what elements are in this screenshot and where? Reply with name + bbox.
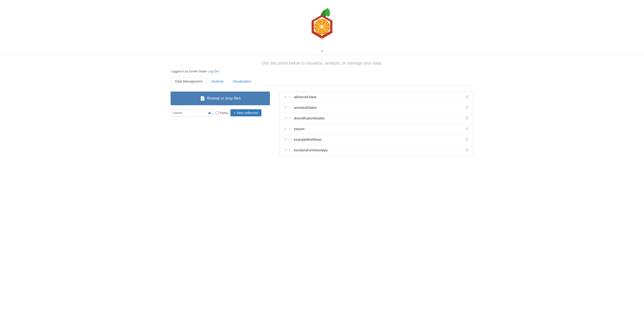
list-item: 👁 ✎ diversificationModels 🗑 bbox=[280, 113, 473, 124]
collection-name[interactable]: functionsForArborApps bbox=[294, 148, 463, 152]
public-checkbox-label: Public bbox=[216, 111, 228, 115]
edit-icon[interactable]: ✎ bbox=[289, 138, 292, 142]
name-input-wrap: ▶ bbox=[170, 109, 213, 116]
delete-icon[interactable]: 🗑 bbox=[465, 106, 469, 110]
delete-icon[interactable]: 🗑 bbox=[465, 148, 469, 152]
eye-icon[interactable]: 👁 bbox=[284, 138, 287, 142]
edit-icon[interactable]: ✎ bbox=[289, 148, 292, 152]
eye-icon[interactable]: 👁 bbox=[284, 95, 287, 99]
eye-icon[interactable]: 👁 bbox=[284, 106, 287, 110]
edit-icon[interactable]: ✎ bbox=[289, 106, 292, 110]
search-submit-button[interactable]: ▶ bbox=[209, 111, 211, 115]
main-content: Use the panel below to visualize, analyz… bbox=[156, 55, 488, 160]
eye-icon[interactable]: 👁 bbox=[284, 148, 287, 152]
collection-name[interactable]: exampleWorkflows bbox=[294, 138, 463, 142]
collection-name[interactable]: advanced-base bbox=[294, 95, 463, 99]
col-action-icons: 👁 ✎ bbox=[284, 138, 292, 142]
file-icon: 📄 bbox=[200, 96, 205, 101]
login-bar: Logged in as Girder Girder Log Out bbox=[170, 70, 474, 73]
tab-data-management[interactable]: Data Management bbox=[170, 77, 207, 86]
public-label-text: Public bbox=[220, 111, 228, 115]
edit-icon[interactable]: ✎ bbox=[289, 95, 292, 99]
new-collection-button[interactable]: + New collection bbox=[230, 109, 261, 116]
svg-marker-13 bbox=[320, 38, 324, 40]
eye-icon[interactable]: 👁 bbox=[284, 116, 287, 120]
edit-icon[interactable]: ✎ bbox=[289, 127, 292, 131]
col-action-icons: 👁 ✎ bbox=[284, 148, 292, 152]
col-action-icons: 👁 ✎ bbox=[284, 106, 292, 110]
collection-name[interactable]: easson bbox=[294, 127, 463, 131]
tabs-bar: Data Management Analysis Visualization bbox=[170, 77, 474, 86]
collections-list: 👁 ✎ advanced-base 🗑 👁 ✎ ancestralStates … bbox=[280, 92, 474, 156]
svg-point-11 bbox=[321, 26, 323, 28]
list-item: 👁 ✎ functionsForArborApps 🗑 bbox=[280, 145, 473, 156]
list-item: 👁 ✎ exampleWorkflows 🗑 bbox=[280, 134, 473, 145]
list-item: 👁 ✎ ancestralStates 🗑 bbox=[280, 102, 473, 113]
col-action-icons: 👁 ✎ bbox=[284, 127, 292, 131]
app-logo bbox=[303, 7, 341, 45]
subtitle-text: Use the panel below to visualize, analyz… bbox=[170, 61, 474, 66]
list-item: 👁 ✎ easson 🗑 bbox=[280, 124, 473, 134]
delete-icon[interactable]: 🗑 bbox=[465, 95, 469, 99]
edit-icon[interactable]: ✎ bbox=[289, 116, 292, 120]
tab-visualization[interactable]: Visualization bbox=[228, 77, 256, 86]
delete-icon[interactable]: 🗑 bbox=[465, 127, 469, 131]
logout-link[interactable]: Log Out bbox=[208, 70, 219, 73]
content-layout: 📄 Browse or drop files ▶ Public + New co… bbox=[170, 92, 474, 156]
tab-analysis[interactable]: Analysis bbox=[207, 77, 228, 86]
search-row: ▶ Public + New collection bbox=[170, 109, 270, 116]
col-action-icons: 👁 ✎ bbox=[284, 116, 292, 120]
name-search-input[interactable] bbox=[170, 109, 213, 116]
header: ⌄ bbox=[0, 0, 644, 55]
browse-button-label: Browse or drop files bbox=[207, 96, 240, 100]
delete-icon[interactable]: 🗑 bbox=[465, 138, 469, 142]
logged-in-text: Logged in as Girder Girder bbox=[170, 70, 207, 73]
list-item: 👁 ✎ advanced-base 🗑 bbox=[280, 92, 473, 102]
chevron-down-icon: ⌄ bbox=[320, 47, 324, 53]
eye-icon[interactable]: 👁 bbox=[284, 127, 287, 131]
browse-or-drop-button[interactable]: 📄 Browse or drop files bbox=[170, 92, 270, 105]
col-action-icons: 👁 ✎ bbox=[284, 95, 292, 99]
public-checkbox[interactable] bbox=[216, 112, 218, 114]
delete-icon[interactable]: 🗑 bbox=[465, 116, 469, 120]
collection-name[interactable]: diversificationModels bbox=[294, 116, 463, 120]
new-collection-label: + New collection bbox=[234, 111, 258, 115]
logo-container bbox=[303, 7, 341, 45]
collection-name[interactable]: ancestralStates bbox=[294, 106, 463, 110]
left-panel: 📄 Browse or drop files ▶ Public + New co… bbox=[170, 92, 270, 156]
